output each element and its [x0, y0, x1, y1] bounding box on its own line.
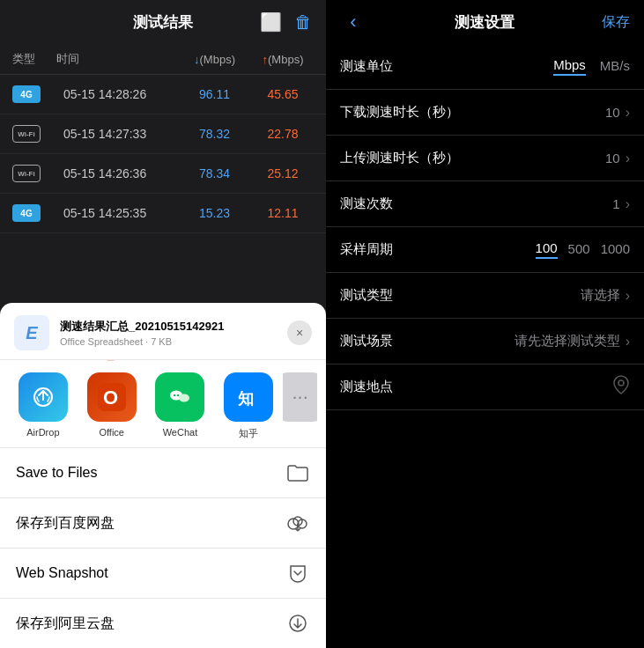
baidu-cloud-icon	[285, 511, 310, 535]
save-files-label: Save to Files	[16, 465, 285, 481]
share-sheet: E 测速结果汇总_20210515142921 Office Spreadshe…	[0, 303, 326, 648]
right-panel-title: 测速设置	[366, 12, 602, 33]
unit-selector: Mbps MB/s	[553, 57, 630, 76]
setting-test-location[interactable]: 测速地点	[326, 364, 644, 410]
test-scene-value: 请先选择测试类型	[514, 333, 620, 350]
svg-point-17	[618, 380, 624, 386]
pocket-icon	[285, 561, 310, 585]
sample-1000[interactable]: 1000	[601, 241, 630, 258]
office-icon: O	[87, 372, 137, 422]
aliyun-icon	[285, 611, 310, 636]
col-time-header: 时间	[56, 51, 177, 67]
baidu-label: 保存到百度网盘	[16, 514, 285, 533]
col-ul-header: ↑(Mbps)	[252, 53, 314, 66]
chevron-icon: ›	[625, 196, 630, 212]
right-header: ‹ 测速设置 保存	[326, 0, 644, 44]
share-option-web-snapshot[interactable]: Web Snapshot	[0, 549, 326, 599]
upload-duration-value: 10	[605, 151, 620, 166]
setting-test-type[interactable]: 测试类型 请选择 ›	[326, 273, 644, 319]
col-dl-header: ↓(Mbps)	[177, 53, 252, 66]
table-header: 类型 时间 ↓(Mbps) ↑(Mbps)	[0, 44, 326, 75]
app-item-office[interactable]: ➜ O Office	[78, 372, 146, 440]
app-row: AirDrop ➜ O Office	[0, 360, 326, 447]
setting-download-duration[interactable]: 下载测速时长（秒） 10 ›	[326, 90, 644, 136]
right-panel: ‹ 测速设置 保存 测速单位 Mbps MB/s 下载测速时长（秒） 10 › …	[326, 0, 644, 648]
office-label: Office	[99, 427, 124, 438]
row-time: 05-15 14:27:33	[56, 127, 177, 141]
chevron-icon: ›	[625, 151, 630, 166]
folder-icon	[285, 460, 310, 485]
table-row[interactable]: 4G 05-15 14:25:35 15.23 12.11	[0, 194, 326, 233]
setting-upload-duration[interactable]: 上传测速时长（秒） 10 ›	[326, 136, 644, 181]
row-dl: 78.34	[177, 166, 252, 180]
row-dl: 15.23	[177, 206, 252, 220]
svg-point-7	[177, 394, 179, 396]
airdrop-label: AirDrop	[26, 427, 59, 438]
share-option-aliyun[interactable]: 保存到阿里云盘	[0, 599, 326, 648]
table-row[interactable]: Wi-Fi 05-15 14:27:33 78.32 22.78	[0, 114, 326, 154]
test-type-value: 请选择	[581, 287, 620, 304]
row-ul: 22.78	[252, 127, 314, 141]
upload-duration-label: 上传测速时长（秒）	[340, 150, 605, 166]
sample-100[interactable]: 100	[536, 240, 558, 259]
share-filemeta: Office Spreadsheet · 7 KB	[60, 336, 277, 347]
row-ul: 12.11	[252, 206, 314, 220]
row-time: 05-15 14:26:36	[56, 166, 177, 180]
chevron-icon: ›	[625, 105, 630, 121]
share-close-button[interactable]: ×	[287, 320, 312, 345]
share-option-save-files[interactable]: Save to Files	[0, 448, 326, 498]
badge-4g: 4G	[12, 204, 41, 222]
share-header: E 测速结果汇总_20210515142921 Office Spreadshe…	[0, 303, 326, 360]
unit-mbps[interactable]: Mbps	[553, 57, 586, 76]
airdrop-icon	[19, 372, 68, 422]
row-ul: 25.12	[252, 166, 314, 180]
table-row[interactable]: 4G 05-15 14:28:26 96.11 45.65	[0, 75, 326, 114]
setting-test-count[interactable]: 测速次数 1 ›	[326, 181, 644, 227]
sample-500[interactable]: 500	[568, 241, 590, 258]
col-type-header: 类型	[12, 51, 56, 67]
share-option-baidu[interactable]: 保存到百度网盘	[0, 498, 326, 549]
badge-wifi: Wi-Fi	[12, 165, 41, 182]
test-count-label: 测速次数	[340, 195, 612, 212]
share-filename: 测速结果汇总_20210515142921	[60, 319, 277, 335]
table-row[interactable]: Wi-Fi 05-15 14:26:36 78.34 25.12	[0, 154, 326, 194]
speed-unit-label: 测速单位	[340, 58, 553, 75]
settings-list: 测速单位 Mbps MB/s 下载测速时长（秒） 10 › 上传测速时长（秒） …	[326, 44, 644, 648]
app-item-airdrop[interactable]: AirDrop	[9, 372, 78, 440]
sample-period-label: 采样周期	[340, 241, 536, 258]
wechat-label: WeChat	[163, 427, 198, 438]
share-file-info: 测速结果汇总_20210515142921 Office Spreadsheet…	[60, 319, 277, 347]
unit-mbs[interactable]: MB/s	[600, 58, 630, 75]
wechat-icon	[155, 372, 204, 422]
test-location-label: 测速地点	[340, 379, 612, 395]
left-header-icons: ⬜ 🗑	[260, 11, 312, 33]
svg-point-5	[179, 394, 189, 402]
setting-sample-period: 采样周期 100 500 1000	[326, 227, 644, 273]
svg-text:O: O	[103, 387, 118, 409]
svg-point-6	[174, 394, 175, 396]
save-button[interactable]: 保存	[602, 13, 630, 32]
zhihu-label: 知乎	[239, 427, 258, 440]
row-time: 05-15 14:25:35	[56, 206, 177, 220]
app-item-wechat[interactable]: WeChat	[146, 372, 215, 440]
setting-speed-unit: 测速单位 Mbps MB/s	[326, 44, 644, 90]
download-duration-label: 下载测速时长（秒）	[340, 104, 605, 121]
row-dl: 78.32	[177, 127, 252, 141]
badge-4g: 4G	[12, 85, 41, 103]
arrow-indicator: ➜	[95, 360, 128, 371]
row-dl: 96.11	[177, 87, 252, 101]
chevron-icon: ›	[625, 334, 630, 350]
chevron-icon: ›	[625, 288, 630, 304]
zhihu-icon: 知	[224, 372, 273, 422]
app-item-zhihu[interactable]: 知 知乎	[214, 372, 283, 440]
svg-text:知: 知	[237, 390, 254, 408]
back-button[interactable]: ‹	[340, 9, 366, 35]
left-panel-title: 测试结果	[133, 12, 193, 33]
more-icon: ···	[283, 372, 317, 422]
setting-test-scene[interactable]: 测试场景 请先选择测试类型 ›	[326, 319, 644, 364]
app-item-more[interactable]: ···	[283, 372, 317, 440]
export-icon[interactable]: ⬜	[260, 11, 282, 33]
share-options: Save to Files 保存到百度网盘	[0, 447, 326, 648]
delete-icon[interactable]: 🗑	[294, 12, 312, 33]
test-count-value: 1	[612, 196, 619, 211]
